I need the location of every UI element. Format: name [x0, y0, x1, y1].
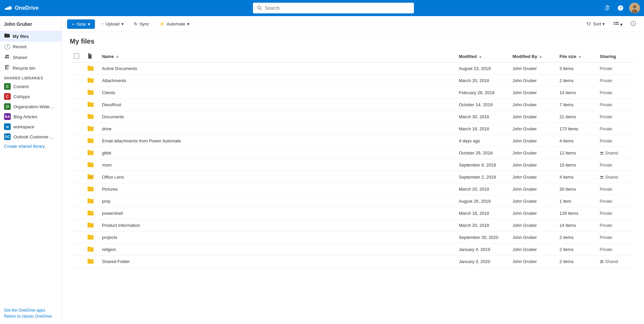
row-name-cell[interactable]: Clients: [98, 87, 455, 99]
row-name-cell[interactable]: Office Lens: [98, 171, 455, 183]
row-name-cell[interactable]: religion: [98, 244, 455, 256]
row-check-cell[interactable]: [70, 87, 83, 99]
header-name-label: Name: [102, 54, 114, 59]
file-name[interactable]: Shared-Folder: [102, 259, 130, 264]
file-name[interactable]: Attachments: [102, 78, 126, 83]
sidebar-item-shared[interactable]: Shared: [0, 52, 61, 63]
row-check-cell[interactable]: [70, 159, 83, 171]
file-name[interactable]: pmp: [102, 199, 110, 204]
row-check-cell[interactable]: [70, 183, 83, 195]
row-icon-cell: [83, 123, 98, 135]
sidebar-item-workspace[interactable]: w workspace: [0, 122, 61, 132]
row-check-cell[interactable]: [70, 219, 83, 232]
return-classic-link[interactable]: Return to classic OneDrive: [4, 314, 57, 319]
app-logo[interactable]: OneDrive: [4, 4, 64, 12]
row-check-cell[interactable]: [70, 207, 83, 219]
sharing-status: Shared: [600, 175, 632, 180]
row-check-cell[interactable]: [70, 244, 83, 256]
header-modified-by[interactable]: Modified By ∨: [508, 51, 555, 63]
row-name-cell[interactable]: Pictures: [98, 183, 455, 195]
settings-button[interactable]: [602, 3, 612, 13]
row-name-cell[interactable]: Product Information: [98, 219, 455, 232]
search-box[interactable]: [253, 3, 414, 13]
row-name-cell[interactable]: powershell: [98, 207, 455, 219]
row-name-cell[interactable]: Attachments: [98, 75, 455, 87]
file-name[interactable]: Email attachments from Power Automate: [102, 138, 181, 143]
sidebar-item-recycle-bin[interactable]: Recycle bin: [0, 63, 61, 73]
row-name-cell[interactable]: Email attachments from Power Automate: [98, 135, 455, 147]
header-check[interactable]: [70, 51, 83, 63]
file-name[interactable]: powershell: [102, 211, 123, 216]
sidebar-item-my-files-label: My files: [13, 34, 29, 39]
get-apps-link[interactable]: Get the OneDrive apps: [4, 308, 57, 313]
sidebar-item-my-files[interactable]: My files: [0, 31, 61, 42]
file-name[interactable]: Clients: [102, 90, 115, 95]
row-modified-by-cell: John Gruber: [508, 195, 555, 207]
help-button[interactable]: [616, 3, 625, 13]
row-name-cell[interactable]: Documents: [98, 111, 455, 123]
sync-button[interactable]: ↻ Sync: [130, 19, 153, 29]
row-name-cell[interactable]: DeusRust: [98, 99, 455, 111]
file-name[interactable]: gitbit: [102, 150, 111, 155]
row-name-cell[interactable]: mom: [98, 159, 455, 171]
header-file-size[interactable]: File size ∨: [555, 51, 596, 63]
file-name[interactable]: Product Information: [102, 223, 140, 228]
new-button[interactable]: + New ▾: [67, 19, 95, 29]
automate-button[interactable]: ⚡ Automate ▾: [156, 19, 194, 29]
row-check-cell[interactable]: [70, 195, 83, 207]
info-button[interactable]: [628, 19, 639, 29]
file-name[interactable]: religion: [102, 247, 116, 252]
file-name[interactable]: projects: [102, 235, 117, 240]
sidebar-item-recent[interactable]: 🕐 Recent: [0, 42, 61, 52]
user-avatar[interactable]: [629, 3, 640, 13]
select-all-checkbox[interactable]: [74, 53, 79, 59]
file-name[interactable]: mom: [102, 163, 112, 168]
row-name-cell[interactable]: projects: [98, 232, 455, 244]
row-check-cell[interactable]: [70, 63, 83, 75]
row-name-cell[interactable]: drive: [98, 123, 455, 135]
row-check-cell[interactable]: [70, 135, 83, 147]
header-name[interactable]: Name ∨: [98, 51, 455, 63]
file-name[interactable]: Active Documents: [102, 66, 137, 71]
sidebar-item-colapps[interactable]: C ColApps: [0, 91, 61, 102]
row-check-cell[interactable]: [70, 111, 83, 123]
file-name[interactable]: drive: [102, 126, 111, 131]
row-icon-cell: [83, 232, 98, 244]
search-input[interactable]: [265, 5, 410, 11]
row-check-cell[interactable]: [70, 99, 83, 111]
sidebar-item-org-wide-team[interactable]: O Organization-Wide Team: [0, 102, 61, 112]
row-sharing-cell: Private: [596, 183, 636, 195]
row-check-cell[interactable]: [70, 171, 83, 183]
svg-point-13: [600, 260, 602, 262]
folder-icon: [87, 176, 94, 181]
row-check-cell[interactable]: [70, 232, 83, 244]
row-name-cell[interactable]: gitbit: [98, 147, 455, 159]
file-name[interactable]: Documents: [102, 114, 124, 119]
row-check-cell[interactable]: [70, 147, 83, 159]
lib-icon-workspace: w: [4, 123, 11, 130]
sidebar-item-blog-articles[interactable]: BA Blog Articles: [0, 112, 61, 122]
row-name-cell[interactable]: pmp: [98, 195, 455, 207]
file-name[interactable]: DeusRust: [102, 102, 121, 107]
header-sharing-label: Sharing: [600, 54, 616, 59]
svg-point-6: [7, 55, 9, 57]
header-modified[interactable]: Modified ∨: [455, 51, 508, 63]
row-check-cell[interactable]: [70, 75, 83, 87]
sidebar-item-content[interactable]: C Content: [0, 81, 61, 91]
file-name[interactable]: Pictures: [102, 187, 118, 192]
sidebar-item-outlook-customer[interactable]: OC Outlook Customer Manag...: [0, 132, 61, 142]
upload-dropdown-icon: ▾: [121, 21, 124, 26]
upload-button[interactable]: ↑ Upload ▾: [98, 19, 127, 29]
view-options-button[interactable]: ▾: [611, 19, 625, 29]
row-check-cell[interactable]: [70, 123, 83, 135]
row-name-cell[interactable]: Active Documents: [98, 63, 455, 75]
row-check-cell[interactable]: [70, 256, 83, 268]
svg-point-14: [602, 260, 603, 262]
sort-button[interactable]: Sort ▾: [583, 19, 608, 29]
file-name[interactable]: Office Lens: [102, 175, 124, 180]
row-name-cell[interactable]: Shared-Folder: [98, 256, 455, 268]
row-file-size-cell: 30 items: [555, 183, 596, 195]
sidebar: John Gruber My files 🕐 Recent Shared Rec…: [0, 16, 62, 324]
recent-icon: 🕐: [4, 44, 10, 50]
create-shared-library-link[interactable]: Create shared library: [0, 142, 61, 151]
